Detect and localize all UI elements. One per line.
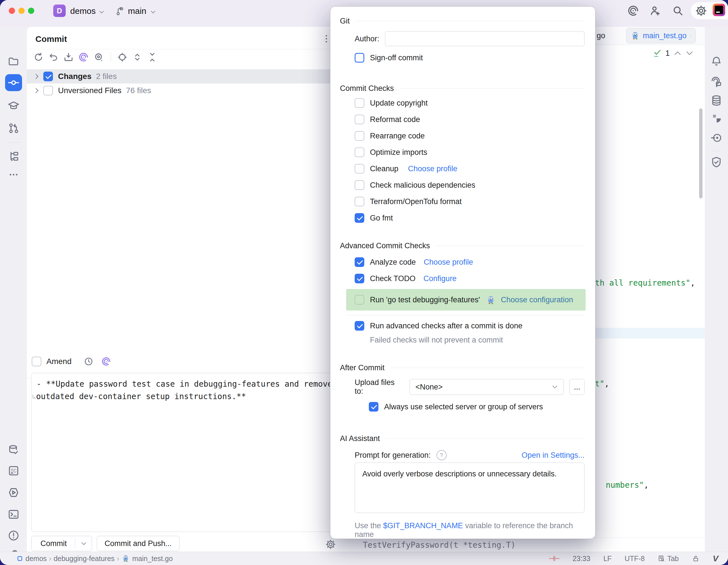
check-row-optimize-imports[interactable]: Optimize imports xyxy=(355,144,584,160)
checkbox[interactable] xyxy=(355,115,364,124)
refresh-icon[interactable] xyxy=(33,52,44,63)
ai-chat-icon[interactable] xyxy=(710,76,723,88)
chevron-down-icon[interactable] xyxy=(80,541,87,546)
checkbox[interactable] xyxy=(355,180,364,190)
checkbox[interactable] xyxy=(355,98,364,108)
code-line[interactable]: numbers", xyxy=(606,480,649,490)
check-row-go-fmt[interactable]: Go fmt xyxy=(355,210,584,226)
line-separator[interactable]: LF xyxy=(603,555,612,563)
tab-partial[interactable]: go xyxy=(597,31,605,40)
more-icon[interactable] xyxy=(7,168,20,181)
terminal-icon[interactable] xyxy=(7,508,20,521)
services-icon[interactable] xyxy=(7,486,20,499)
author-input[interactable] xyxy=(385,31,584,46)
expand-all-icon[interactable] xyxy=(132,52,143,63)
rollback-icon[interactable] xyxy=(48,52,59,63)
open-in-settings-link[interactable]: Open in Settings... xyxy=(522,451,584,460)
commit-message-line1[interactable]: - **Update password test case in debuggi… xyxy=(37,379,332,389)
caret-position[interactable]: 23:33 xyxy=(573,555,590,563)
checkbox[interactable] xyxy=(355,295,364,305)
window-close-button[interactable] xyxy=(9,8,15,14)
teamcity-icon[interactable]: TC xyxy=(7,465,20,477)
check-row-check-todo[interactable]: Check TODO Configure xyxy=(355,270,584,287)
commit-button[interactable]: Commit xyxy=(31,536,92,551)
breadcrumb-item[interactable]: main_test.go xyxy=(132,555,173,563)
check-row-run-go-test[interactable]: Run 'go test debugging-features' Choose … xyxy=(346,289,586,311)
project-selector[interactable]: demos xyxy=(70,6,96,16)
target-icon[interactable] xyxy=(117,52,128,63)
shield-check-icon[interactable] xyxy=(710,156,723,168)
checkbox[interactable] xyxy=(355,147,364,157)
checkbox[interactable] xyxy=(355,321,364,331)
learn-icon[interactable] xyxy=(7,99,20,112)
collapse-all-icon[interactable] xyxy=(147,52,158,63)
ai-swirl-icon[interactable] xyxy=(101,356,111,367)
close-icon[interactable] xyxy=(690,33,691,39)
check-row-update-copyright[interactable]: Update copyright xyxy=(355,95,584,111)
choose-profile-link[interactable]: Choose profile xyxy=(424,258,473,267)
amend-checkbox[interactable] xyxy=(32,357,41,366)
search-icon[interactable] xyxy=(672,5,684,17)
structure-icon[interactable] xyxy=(7,150,20,163)
commit-message-line2[interactable]: outdated dev-container setup instruction… xyxy=(36,392,246,401)
run-target-icon[interactable] xyxy=(710,132,723,144)
branch-variable-link[interactable]: $GIT_BRANCH_NAME xyxy=(383,521,463,530)
group-by-icon[interactable] xyxy=(93,52,104,63)
chevron-right-icon[interactable] xyxy=(33,73,40,80)
configure-link[interactable]: Configure xyxy=(423,274,457,283)
prev-problem-icon[interactable] xyxy=(674,50,682,56)
run-after-commit-row[interactable]: Run advanced checks after a commit is do… xyxy=(355,318,584,334)
pull-requests-icon[interactable] xyxy=(7,122,20,134)
checkbox[interactable] xyxy=(355,213,364,223)
check-row-reformat-code[interactable]: Reformat code xyxy=(355,111,584,128)
inspection-widget[interactable]: 1 xyxy=(653,48,693,58)
unversioned-checkbox[interactable] xyxy=(43,86,53,95)
add-user-icon[interactable] xyxy=(649,5,661,17)
check-row-rearrange-code[interactable]: Rearrange code xyxy=(355,128,584,144)
help-icon[interactable]: ? xyxy=(436,450,447,460)
history-icon[interactable] xyxy=(83,356,94,367)
ai-commit-icon[interactable] xyxy=(78,52,89,63)
prompt-textarea[interactable]: Avoid overly verbose descriptions or unn… xyxy=(355,463,584,513)
always-use-row[interactable]: Always use selected server or group of s… xyxy=(369,399,584,415)
signoff-checkbox[interactable] xyxy=(355,53,364,63)
signoff-row[interactable]: Sign-off commit xyxy=(355,50,584,66)
ai-swirl-icon[interactable] xyxy=(627,5,639,17)
database-check-icon[interactable] xyxy=(7,444,20,456)
checkbox[interactable] xyxy=(355,197,364,206)
checkbox[interactable] xyxy=(355,274,364,283)
ide-avatar[interactable] xyxy=(713,4,725,16)
commit-and-push-button[interactable]: Commit and Push... xyxy=(97,536,179,551)
choose-profile-link[interactable]: Choose profile xyxy=(408,164,457,173)
plugin-icon[interactable] xyxy=(710,113,723,125)
editor-scrollbar[interactable] xyxy=(699,108,703,198)
problems-icon[interactable] xyxy=(7,529,20,542)
database-icon[interactable] xyxy=(710,94,723,107)
project-icon[interactable]: D xyxy=(53,5,66,17)
check-row-analyze-code[interactable]: Analyze code Choose profile xyxy=(355,254,584,270)
breadcrumb-item[interactable]: demos xyxy=(25,555,47,563)
changes-checkbox[interactable] xyxy=(43,72,53,81)
window-minimize-button[interactable] xyxy=(18,8,25,14)
upload-combobox[interactable]: <None> xyxy=(410,379,564,395)
checkbox[interactable] xyxy=(369,402,378,412)
check-row-terraform-format[interactable]: Terraform/OpenTofu format xyxy=(355,193,584,210)
file-encoding[interactable]: UTF-8 xyxy=(625,555,645,563)
chevron-right-icon[interactable] xyxy=(33,87,40,94)
check-row-malicious-deps[interactable]: Check malicious dependencies xyxy=(355,177,584,193)
gear-icon[interactable] xyxy=(695,5,707,17)
folder-icon[interactable] xyxy=(7,55,20,68)
next-problem-icon[interactable] xyxy=(686,50,693,56)
shelve-icon[interactable] xyxy=(63,52,74,63)
breadcrumb[interactable]: demos › debugging-features › main_test.g… xyxy=(16,554,173,563)
unlock-icon[interactable] xyxy=(692,555,700,562)
code-line[interactable]: ith all requirements", xyxy=(590,278,695,288)
checkbox[interactable] xyxy=(355,131,364,141)
checkbox[interactable] xyxy=(355,164,364,174)
indent-widget[interactable]: Tab xyxy=(658,555,679,563)
checkbox[interactable] xyxy=(355,257,364,267)
merge-indicator[interactable]: ⊣⊢ xyxy=(549,555,560,563)
sidebar-item-commit[interactable] xyxy=(5,74,22,91)
choose-configuration-link[interactable]: Choose configuration xyxy=(501,296,573,304)
window-zoom-button[interactable] xyxy=(28,8,34,14)
